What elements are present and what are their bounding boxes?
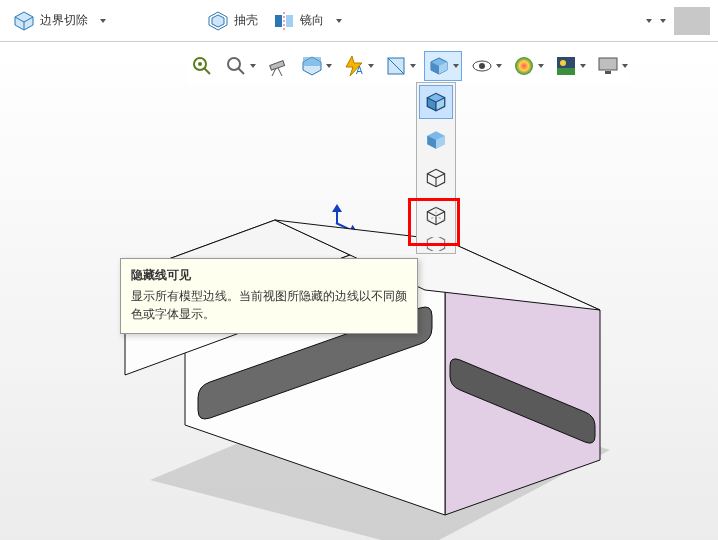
svg-line-62 [436,216,445,220]
svg-line-58 [436,212,445,216]
boundary-cut-button[interactable]: 边界切除 [8,7,92,35]
svg-text:A: A [356,65,363,76]
shaded-option[interactable] [419,123,453,157]
mirror-label: 镜向 [300,12,324,29]
svg-rect-30 [303,57,321,66]
shaded-with-edges-option[interactable] [419,85,453,119]
svg-line-22 [204,68,210,74]
normal-to-button[interactable] [382,52,418,80]
chevron-down-icon[interactable] [326,64,332,68]
chevron-down-icon[interactable] [368,64,374,68]
zoom-fit-button[interactable] [188,52,216,80]
tooltip-body: 显示所有模型边线。当前视图所隐藏的边线以不同颜色或字体显示。 [131,288,407,323]
wireframe-option[interactable] [419,237,453,251]
svg-rect-43 [557,68,575,75]
eye-icon [470,54,494,78]
svg-marker-63 [427,237,444,251]
chevron-down-icon[interactable] [580,64,586,68]
shell-button[interactable]: 抽壳 [202,7,262,35]
scene-icon [554,54,578,78]
draft-button[interactable]: A [340,52,376,80]
mirror-button[interactable]: 镜向 [268,7,328,35]
shell-label: 抽壳 [234,12,258,29]
hide-show-button[interactable] [468,52,504,80]
display-style-dropdown [416,82,456,254]
dropdown-arrow-icon[interactable] [646,19,652,23]
svg-rect-44 [599,58,617,70]
model-part [90,160,650,540]
chevron-down-icon[interactable] [250,64,256,68]
svg-rect-45 [605,71,611,74]
telescope-icon [266,54,290,78]
svg-line-25 [238,68,244,74]
appearance-icon [512,54,536,78]
svg-point-40 [515,57,533,75]
shell-icon [206,9,230,33]
pan-button[interactable] [264,52,292,80]
ribbon-selected-slot[interactable] [674,7,710,35]
zoom-fit-icon [190,54,214,78]
dropdown-arrow-icon[interactable] [100,19,106,23]
tooltip-title: 隐藏线可见 [131,267,407,284]
svg-line-60 [427,216,436,220]
chevron-down-icon[interactable] [538,64,544,68]
chevron-down-icon[interactable] [453,64,459,68]
dropdown-arrow-icon[interactable] [336,19,342,23]
hidden-removed-option[interactable] [419,161,453,195]
section-button[interactable] [298,52,334,80]
chevron-down-icon[interactable] [622,64,628,68]
svg-rect-6 [275,15,282,27]
display-style-icon [427,54,451,78]
hidden-visible-option[interactable] [419,199,453,233]
svg-line-53 [427,174,436,178]
mirror-icon [272,9,296,33]
chevron-down-icon[interactable] [496,64,502,68]
svg-marker-5 [212,15,224,27]
boundary-cut-label: 边界切除 [40,12,88,29]
svg-rect-7 [286,15,293,27]
zoom-area-button[interactable] [222,52,258,80]
zoom-area-icon [224,54,248,78]
svg-point-23 [198,62,202,66]
tooltip: 隐藏线可见 显示所有模型边线。当前视图所隐藏的边线以不同颜色或字体显示。 [120,258,418,334]
monitor-icon [596,54,620,78]
svg-line-57 [427,212,436,216]
appearance-button[interactable] [510,52,546,80]
dropdown-arrow-icon[interactable] [660,19,666,23]
svg-line-28 [278,68,282,76]
boundary-cut-icon [12,9,36,33]
ribbon: 边界切除 抽壳 镜向 [0,0,718,42]
svg-line-54 [436,174,445,178]
lightning-icon: A [342,54,366,78]
scene-button[interactable] [552,52,588,80]
svg-point-39 [479,63,485,69]
svg-rect-26 [270,61,285,70]
svg-point-42 [560,60,566,66]
normal-to-icon [384,54,408,78]
section-icon [300,54,324,78]
render-button[interactable] [594,52,630,80]
chevron-down-icon[interactable] [410,64,416,68]
view-toolbar: A [188,48,630,84]
display-style-button[interactable] [424,51,462,81]
